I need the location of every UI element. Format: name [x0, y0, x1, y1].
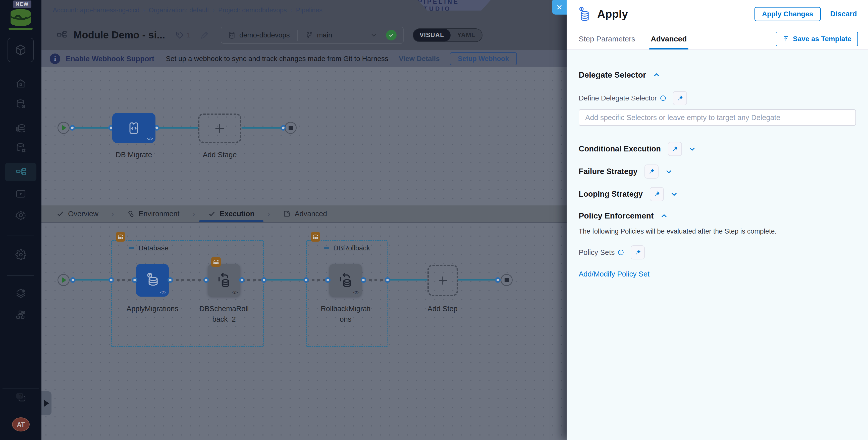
settings-gear-icon[interactable] — [0, 210, 41, 221]
drawer-tabs: Step Parameters Advanced Save as Templat… — [567, 28, 868, 50]
module-selector-cube-icon[interactable] — [7, 38, 34, 62]
branch-name[interactable]: main — [317, 31, 332, 39]
conditional-execution-section: Conditional Execution — [579, 142, 856, 156]
account-settings-gear-icon[interactable] — [0, 249, 41, 260]
apply-changes-button[interactable]: Apply Changes — [754, 7, 821, 21]
pipelines-icon-selected[interactable] — [5, 163, 36, 181]
database-grid-icon[interactable] — [0, 142, 41, 153]
sidebar-collapse-handle[interactable] — [41, 391, 52, 415]
database-stack-icon[interactable] — [0, 123, 41, 134]
visual-yaml-toggle[interactable]: VISUAL YAML — [413, 28, 483, 42]
chevron-up-icon[interactable] — [653, 71, 660, 79]
breadcrumb-organization[interactable]: Organization: default — [149, 6, 209, 14]
chevron-down-icon[interactable] — [688, 145, 696, 153]
apply-step-icon — [578, 7, 591, 21]
close-drawer-button[interactable]: ✕ — [552, 0, 567, 14]
layers-settings-icon[interactable] — [0, 288, 41, 299]
step-label[interactable]: ApplyMigrations — [126, 303, 179, 314]
chevron-down-icon[interactable] — [665, 168, 673, 175]
breadcrumb-account[interactable]: Account: app-harness-ng-cicd — [53, 6, 140, 14]
tab-advanced-active[interactable]: Advanced — [651, 28, 687, 50]
stage-canvas[interactable]: </> DB Migrate Add Stage — [41, 67, 567, 206]
pin-runtime-input-button[interactable] — [673, 91, 687, 105]
save-as-template-button[interactable]: Save as Template — [776, 32, 858, 46]
tags-count[interactable]: 1 — [176, 31, 191, 39]
section-title: Delegate Selector — [579, 70, 646, 80]
field-label: Define Delegate Selector — [579, 94, 657, 102]
step-group-database[interactable] — [111, 240, 264, 347]
tab-environment[interactable]: Environment — [127, 206, 180, 222]
home-icon[interactable] — [0, 78, 41, 89]
add-step-label[interactable]: Add Step — [417, 303, 468, 314]
tab-overview[interactable]: Overview — [57, 206, 98, 222]
add-stage-button[interactable] — [198, 114, 241, 143]
chevron-down-icon[interactable] — [370, 31, 377, 39]
collapse-minus-icon[interactable] — [129, 247, 134, 249]
sidebar-divider — [7, 275, 34, 276]
connector-dot — [69, 125, 75, 131]
help-chat-icon[interactable] — [0, 392, 41, 403]
breadcrumb-separator: › — [290, 6, 292, 14]
step-node-applymigrations-selected[interactable]: </> — [136, 264, 169, 296]
tab-advanced[interactable]: Advanced — [283, 206, 327, 222]
logo-underline — [8, 28, 33, 30]
pin-runtime-input-button[interactable] — [650, 187, 664, 201]
repo-name[interactable]: demo-dbdevops — [239, 31, 290, 39]
pipeline-studio-app: NEW AT Account: app-harness-ng-cicd › Or… — [0, 0, 868, 440]
divider — [298, 30, 298, 41]
add-step-button[interactable] — [428, 265, 458, 296]
pin-icon — [648, 168, 655, 175]
org-settings-icon[interactable] — [0, 309, 41, 320]
connector-line — [69, 127, 112, 129]
drawer-header: Apply Apply Changes Discard — [567, 0, 868, 28]
connector-dot — [261, 277, 267, 283]
pin-runtime-input-button[interactable] — [631, 245, 645, 259]
step-node-dbschemarollback[interactable]: </> — [208, 264, 240, 296]
setup-webhook-button[interactable]: Setup Webhook — [450, 52, 517, 65]
git-repo-branch-selector[interactable]: demo-dbdevops main — [221, 27, 404, 44]
info-icon[interactable] — [660, 95, 666, 101]
execution-canvas[interactable]: Database </> ApplyMigrations </> DBSchem… — [41, 222, 567, 440]
toggle-yaml[interactable]: YAML — [451, 29, 482, 41]
breadcrumb-pipelines[interactable]: Pipelines — [296, 6, 323, 14]
tab-label: Overview — [68, 210, 98, 218]
breadcrumb-project[interactable]: Project: demodbdevops — [218, 6, 287, 14]
toggle-visual[interactable]: VISUAL — [413, 29, 451, 41]
looping-strategy-section: Looping Strategy — [579, 187, 856, 201]
view-details-link[interactable]: View Details — [399, 55, 440, 63]
tab-label: Advanced — [294, 210, 327, 218]
pin-runtime-input-button[interactable] — [668, 142, 682, 156]
tab-execution-active[interactable]: Execution — [208, 206, 255, 222]
step-group-header[interactable]: DBRollback — [324, 244, 370, 252]
hexagon-icon — [127, 210, 135, 218]
step-label[interactable]: RollbackMigrations — [320, 303, 371, 324]
tab-step-parameters[interactable]: Step Parameters — [579, 28, 635, 50]
add-modify-policy-set-link[interactable]: Add/Modify Policy Set — [579, 270, 856, 278]
edit-pencil-icon[interactable] — [200, 31, 209, 40]
collapse-minus-icon[interactable] — [324, 247, 329, 249]
pin-runtime-input-button[interactable] — [645, 164, 658, 179]
harness-db-devops-logo-icon[interactable] — [8, 8, 33, 27]
step-label[interactable]: DBSchemaRollback_2 — [199, 303, 249, 324]
stage-node-db-migrate[interactable]: </> — [112, 113, 155, 143]
executions-icon[interactable] — [0, 188, 41, 199]
pin-icon — [676, 95, 683, 102]
database-gear-icon[interactable] — [0, 98, 41, 109]
connector-dot — [495, 277, 501, 283]
discard-button[interactable]: Discard — [830, 10, 857, 18]
pipeline-title[interactable]: Module Demo - si... — [73, 29, 165, 41]
step-node-rollbackmigrations[interactable]: </> — [329, 264, 362, 296]
drawer-advanced-content: Delegate Selector Define Delegate Select… — [567, 50, 868, 440]
step-group-header[interactable]: Database — [129, 244, 168, 252]
stage-label[interactable]: DB Migrate — [109, 150, 159, 160]
code-badge: </> — [353, 290, 360, 295]
field-label: Policy Sets — [579, 248, 615, 257]
info-icon[interactable] — [618, 249, 624, 256]
step-config-drawer: ✕ Apply Apply Changes Discard Step Param… — [567, 0, 868, 440]
connector-line — [458, 279, 501, 281]
chevron-up-icon[interactable] — [660, 212, 668, 220]
avatar[interactable]: AT — [12, 417, 30, 432]
add-stage-label[interactable]: Add Stage — [195, 150, 245, 160]
chevron-down-icon[interactable] — [670, 190, 678, 198]
delegate-selector-input[interactable] — [579, 109, 856, 126]
